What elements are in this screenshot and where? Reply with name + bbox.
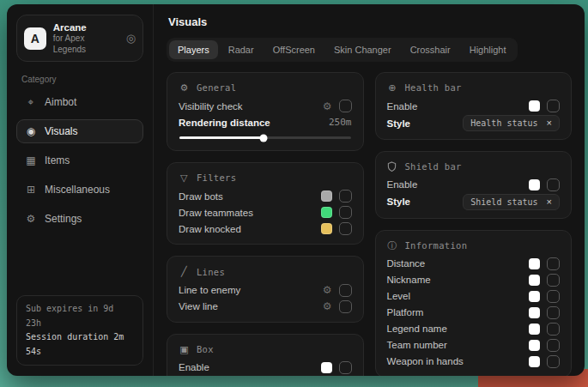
panel-title: Filters [197, 172, 236, 184]
sidebar-item-miscellaneous[interactable]: ⊞ Miscellaneous [16, 178, 143, 202]
desktop-background: A Arcane for Apex Legends ◎ Category ⌖ A… [0, 0, 588, 387]
left-column: ⚙ General Visibility check ⚙ Rendering d… [167, 72, 364, 376]
color-swatch[interactable] [529, 356, 540, 367]
color-swatch[interactable] [321, 207, 332, 218]
tab-offscreen[interactable]: OffScreen [264, 40, 324, 59]
scan-eye-icon: ◉ [25, 125, 37, 137]
health-style-select[interactable]: Health status × [463, 115, 560, 131]
sidebar-item-items[interactable]: ▦ Items [16, 148, 143, 172]
sidebar-item-settings[interactable]: ⚙ Settings [16, 207, 143, 231]
slider-fill [179, 136, 264, 139]
select-value: Health status [470, 118, 537, 128]
row-label: Team number [387, 340, 447, 350]
session-duration-text: Session duration 2m 54s [26, 330, 134, 359]
row-health-style: Style Health status × [387, 114, 561, 132]
platform-checkbox[interactable] [547, 306, 560, 319]
row-line-to-enemy: Line to enemy ⚙ [179, 282, 352, 299]
line-to-enemy-checkbox[interactable] [339, 284, 352, 297]
rendering-distance-value: 250m [329, 117, 352, 128]
row-shield-enable: Enable [387, 177, 561, 193]
visibility-check-checkbox[interactable] [339, 100, 352, 112]
line-icon: ╱ [179, 266, 190, 277]
health-enable-checkbox[interactable] [547, 100, 560, 112]
row-label: Legend name [387, 324, 447, 334]
row-label: Draw knocked [179, 224, 241, 234]
app-name: Arcane [53, 21, 119, 33]
panel-filters: ▽ Filters Draw bots Draw teammates [167, 162, 364, 245]
subscription-card: Sub expires in 9d 23h Session duration 2… [16, 295, 143, 366]
close-icon[interactable]: × [547, 118, 552, 128]
select-value: Shield status [470, 197, 537, 207]
box-enable-checkbox[interactable] [339, 361, 352, 374]
draw-knocked-checkbox[interactable] [339, 222, 352, 235]
row-rendering-distance: Rendering distance 250m [179, 114, 352, 130]
app-logo: A [24, 27, 46, 50]
color-swatch[interactable] [529, 258, 540, 269]
slider-thumb[interactable] [259, 134, 267, 142]
row-distance: Distance [387, 256, 561, 272]
row-draw-knocked: Draw knocked [179, 221, 352, 237]
brand-text: Arcane for Apex Legends [53, 21, 119, 55]
tab-radar[interactable]: Radar [220, 40, 263, 59]
draw-bots-checkbox[interactable] [339, 190, 352, 203]
panel-box-header: ▣ Box [179, 344, 352, 355]
shield-style-select[interactable]: Shield status × [463, 194, 560, 210]
panel-health-bar-header: ⊕ Health bar [387, 82, 561, 94]
panel-general-header: ⚙ General [179, 82, 352, 94]
panel-general: ⚙ General Visibility check ⚙ Rendering d… [167, 72, 364, 151]
panel-filters-header: ▽ Filters [179, 172, 352, 184]
app-subtitle: for Apex Legends [53, 33, 119, 55]
level-checkbox[interactable] [547, 290, 560, 303]
color-swatch[interactable] [529, 340, 540, 351]
color-swatch[interactable] [529, 324, 540, 335]
color-swatch[interactable] [321, 223, 332, 234]
panel-shield-bar: Shield bar Enable Style S [375, 151, 573, 219]
gear-icon[interactable]: ⚙ [323, 300, 332, 312]
target-icon[interactable]: ◎ [126, 32, 136, 45]
crosshair-icon: ⌖ [25, 96, 37, 108]
tab-highlight[interactable]: Highlight [461, 40, 515, 59]
panel-shield-bar-header: Shield bar [387, 161, 561, 172]
close-icon[interactable]: × [547, 197, 552, 207]
color-swatch[interactable] [529, 291, 540, 302]
row-box-enable: Enable [179, 360, 352, 376]
row-health-enable: Enable [387, 98, 561, 114]
panel-title: Box [197, 344, 214, 355]
row-level: Level [387, 288, 561, 305]
tab-bar: Players Radar OffScreen Skin Changer Cro… [167, 38, 518, 62]
tab-skin-changer[interactable]: Skin Changer [325, 40, 400, 59]
sidebar: A Arcane for Apex Legends ◎ Category ⌖ A… [7, 4, 154, 376]
panel-title: Information [405, 240, 468, 251]
row-label: Style [387, 118, 411, 129]
sidebar-item-visuals[interactable]: ◉ Visuals [16, 119, 143, 143]
shield-enable-checkbox[interactable] [547, 178, 560, 191]
legend-name-checkbox[interactable] [547, 323, 560, 336]
view-line-checkbox[interactable] [339, 300, 352, 313]
row-nickname: Nickname [387, 272, 561, 288]
color-swatch[interactable] [529, 100, 540, 112]
app-window: A Arcane for Apex Legends ◎ Category ⌖ A… [7, 4, 585, 376]
weapon-in-hands-checkbox[interactable] [547, 355, 560, 368]
gear-icon[interactable]: ⚙ [323, 284, 332, 296]
rendering-distance-slider[interactable] [179, 133, 351, 142]
team-number-checkbox[interactable] [547, 339, 560, 352]
tab-crosshair[interactable]: Crosshair [402, 40, 459, 59]
row-label: Nickname [387, 275, 431, 285]
draw-teammates-checkbox[interactable] [339, 206, 352, 219]
panel-health-bar: ⊕ Health bar Enable Style [375, 72, 573, 140]
shield-icon [387, 161, 398, 172]
panel-information-header: ⓘ Information [387, 240, 561, 251]
nickname-checkbox[interactable] [547, 274, 560, 287]
row-label: Platform [387, 307, 424, 317]
color-swatch[interactable] [321, 190, 332, 202]
gear-icon[interactable]: ⚙ [323, 100, 332, 112]
tab-players[interactable]: Players [169, 40, 218, 59]
color-swatch[interactable] [321, 362, 332, 373]
color-swatch[interactable] [529, 179, 540, 190]
distance-checkbox[interactable] [547, 257, 560, 270]
color-swatch[interactable] [529, 307, 540, 318]
row-team-number: Team number [387, 337, 561, 354]
sidebar-item-aimbot[interactable]: ⌖ Aimbot [16, 90, 143, 114]
color-swatch[interactable] [529, 275, 540, 286]
right-column: ⊕ Health bar Enable Style [375, 72, 573, 376]
